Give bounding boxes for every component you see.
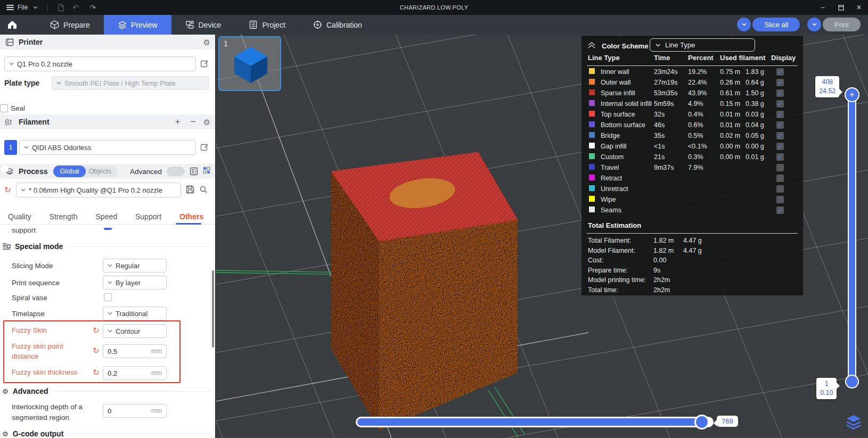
tab-support[interactable]: Support [135, 210, 161, 224]
display-checkbox[interactable] [776, 185, 784, 193]
timelapse-select[interactable]: Traditional [103, 307, 167, 320]
remove-filament-button[interactable]: − [188, 117, 199, 127]
tab-prepare[interactable]: Prepare [36, 15, 104, 35]
fuzzy-skin-select[interactable]: Contour [103, 324, 167, 338]
tab-device[interactable]: Device [171, 15, 235, 35]
tab-speed[interactable]: Speed [96, 210, 117, 224]
layer-slider-top-handle[interactable]: + [845, 87, 859, 102]
display-checkbox[interactable]: ✓ [776, 121, 784, 129]
plate-type-label: Plate type [4, 79, 39, 87]
print-dropdown-button[interactable] [807, 18, 821, 31]
collapse-panel-icon[interactable] [588, 42, 595, 50]
setting-list-icon[interactable] [190, 167, 198, 176]
line-type-color-swatch [589, 89, 595, 95]
row-length: 0.26 m [720, 79, 740, 86]
display-checkbox[interactable]: ✓ [776, 111, 784, 118]
total-estimation-row: Model printing time:2h2m [582, 276, 803, 286]
fuzzy-skin-reset-icon[interactable]: ↻ [93, 326, 100, 334]
display-checkbox[interactable]: ✓ [776, 143, 784, 150]
row-time: 53m35s [654, 89, 677, 97]
move-slider-handle[interactable] [694, 415, 709, 429]
filament-select[interactable]: QIDI ABS Odorless [19, 140, 196, 155]
display-checkbox[interactable]: ✓ [776, 153, 784, 161]
printer-settings-gear-icon[interactable]: ⚙ [203, 38, 210, 46]
tab-calibration[interactable]: Calibration [299, 15, 376, 35]
close-button[interactable]: ✕ [850, 0, 868, 15]
display-checkbox[interactable]: ✓ [776, 79, 784, 86]
fuzzy-thickness-reset-icon[interactable]: ↻ [93, 368, 100, 376]
scope-objects-button[interactable]: Objects [86, 168, 118, 175]
add-filament-button[interactable]: + [173, 117, 183, 127]
undo-icon[interactable]: ↶ [70, 3, 81, 12]
maximize-button[interactable] [832, 0, 850, 15]
fuzzy-thickness-input[interactable]: 0.2 mm [103, 366, 167, 380]
display-checkbox[interactable]: ✓ [776, 89, 784, 97]
tab-project[interactable]: Project [235, 15, 299, 35]
tab-preview-label: Preview [131, 21, 158, 29]
fuzzy-point-label: Fuzzy skin point distance [12, 342, 84, 362]
layer-slider-track[interactable] [848, 90, 856, 382]
interlocking-unit: mm [151, 407, 162, 415]
print-button[interactable]: Print [823, 18, 861, 31]
display-checkbox[interactable]: ✓ [776, 100, 784, 108]
special-mode-icon [2, 243, 11, 250]
display-checkbox[interactable] [776, 164, 784, 171]
preview-viewport[interactable]: 1 Color Scheme Line Type Line Type Tim [216, 35, 868, 438]
filament-settings-gear-icon[interactable]: ⚙ [203, 118, 210, 126]
display-checkbox[interactable] [776, 196, 784, 203]
seal-checkbox[interactable] [0, 104, 8, 112]
display-checkbox[interactable]: ✓ [776, 132, 784, 139]
preset-reset-icon[interactable]: ↻ [4, 186, 11, 194]
move-slider-track[interactable] [356, 417, 714, 427]
tab-scroll-indicator[interactable] [104, 228, 112, 230]
fuzzy-point-input[interactable]: 0.5 mm [103, 344, 167, 358]
minimize-button[interactable]: – [814, 0, 832, 15]
slice-all-button[interactable]: Slice all [752, 18, 800, 31]
tab-others[interactable]: Others [179, 210, 203, 224]
total-value-1: 2h2m [653, 286, 670, 294]
line-type-row: Sparse infill53m35s43.9%0.61 m1.50 g✓ [582, 88, 803, 99]
display-checkbox[interactable] [776, 175, 784, 182]
display-checkbox[interactable]: ✓ [776, 68, 784, 76]
printer-edit-icon[interactable] [200, 60, 208, 70]
color-scheme-mode-select[interactable]: Line Type [650, 38, 755, 52]
file-chevron-down-icon[interactable] [33, 6, 38, 9]
plate-thumbnail[interactable]: 1 [218, 36, 281, 91]
total-label: Model printing time: [588, 276, 646, 284]
row-weight: 0.38 g [746, 100, 764, 108]
advanced-toggle[interactable] [167, 167, 185, 176]
fuzzy-point-reset-icon[interactable]: ↻ [93, 346, 100, 354]
slicing-mode-select[interactable]: Regular [103, 259, 167, 272]
line-type-row: Gap infill<1s<0.1%0.00 m0.00 g✓ [582, 142, 803, 152]
process-preset-select[interactable]: * 0.06mm High Quality @Q1 Pro 0.2 nozzle [16, 183, 181, 197]
plate-type-select[interactable]: Smooth PEI Plate / High Temp Plate [52, 76, 209, 90]
settings-scrollbar[interactable] [212, 270, 214, 348]
home-button[interactable] [0, 15, 24, 35]
slice-all-dropdown-button[interactable] [737, 18, 751, 31]
tab-quality[interactable]: Quality [8, 210, 31, 224]
tab-strength[interactable]: Strength [50, 210, 78, 224]
row-length: 0.00 m [720, 153, 740, 161]
tab-preview[interactable]: Preview [104, 15, 171, 35]
spiral-vase-checkbox[interactable] [104, 293, 112, 301]
sliced-model[interactable] [331, 152, 518, 430]
chevron-down-icon [656, 44, 660, 47]
print-sequence-select[interactable]: By layer [103, 276, 167, 290]
search-preset-icon[interactable] [199, 185, 208, 194]
layer-slider-bottom-handle[interactable] [845, 375, 859, 389]
scope-global-button[interactable]: Global [53, 166, 85, 177]
row-time: 23m24s [654, 68, 677, 76]
file-menu[interactable]: File [6, 4, 28, 11]
display-checkbox[interactable]: ✓ [776, 206, 784, 214]
layers-view-button[interactable] [846, 415, 862, 429]
redo-icon[interactable]: ↷ [87, 3, 99, 12]
col-percent: Percent [688, 54, 714, 62]
param-table-icon[interactable] [203, 167, 210, 176]
line-type-row: Travel9m37s7.9% [582, 163, 803, 173]
printer-select[interactable]: Q1 Pro 0.2 nozzle [4, 56, 196, 71]
interlocking-input[interactable]: 0 mm [103, 404, 167, 418]
save-preset-icon[interactable] [186, 185, 194, 194]
new-project-icon[interactable] [58, 4, 64, 12]
filament-slot-number[interactable]: 1 [4, 140, 17, 155]
filament-edit-icon[interactable] [200, 143, 208, 153]
